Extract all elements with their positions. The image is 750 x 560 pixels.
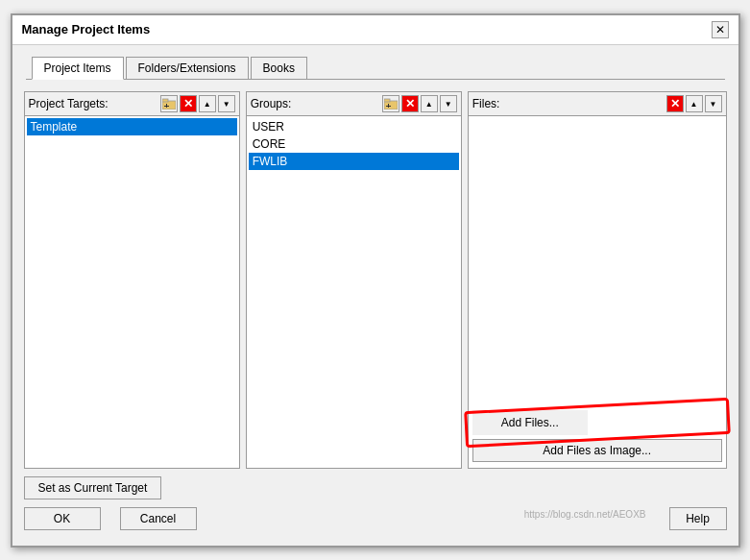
list-item[interactable]: CORE	[249, 135, 459, 153]
svg-rect-3	[164, 106, 169, 107]
files-panel: Files: ✕ Add File	[468, 91, 727, 469]
files-delete-button[interactable]: ✕	[666, 95, 684, 112]
files-down-button[interactable]	[705, 95, 722, 112]
list-item[interactable]: FWLIB	[249, 153, 459, 170]
add-files-button[interactable]: Add Files...	[472, 410, 588, 435]
groups-new-folder-icon	[383, 97, 399, 110]
groups-header: Groups: ✕	[247, 92, 461, 116]
manage-project-items-dialog: Manage Project Items ✕ Project Items Fol…	[11, 13, 740, 548]
project-targets-panel: Project Targets: ✕	[24, 91, 240, 469]
files-up-button[interactable]	[686, 95, 703, 112]
groups-down-button[interactable]	[440, 95, 457, 112]
targets-up-button[interactable]	[199, 95, 216, 112]
targets-delete-button[interactable]: ✕	[180, 95, 197, 112]
tab-bar: Project Items Folders/Extensions Books	[26, 51, 725, 80]
main-content: Project Targets: ✕	[12, 80, 738, 546]
add-files-as-image-button[interactable]: Add Files as Image...	[472, 439, 722, 462]
targets-new-button[interactable]	[160, 95, 178, 112]
list-item[interactable]: Template	[27, 118, 237, 135]
list-item[interactable]: USER	[249, 118, 459, 135]
targets-down-button[interactable]	[218, 95, 235, 112]
targets-up-icon	[204, 98, 211, 109]
dialog-title: Manage Project Items	[22, 22, 151, 37]
tab-project-items[interactable]: Project Items	[32, 57, 124, 80]
groups-up-button[interactable]	[421, 95, 438, 112]
groups-panel: Groups: ✕	[246, 91, 462, 469]
cancel-button[interactable]: Cancel	[120, 507, 197, 530]
groups-up-icon	[425, 98, 433, 109]
help-button[interactable]: Help	[669, 507, 727, 530]
watermark-text: https://blog.csdn.net/AEOXB	[524, 509, 650, 522]
new-folder-icon	[161, 97, 177, 110]
targets-header: Project Targets: ✕	[25, 92, 239, 116]
footer-buttons: OK Cancel https://blog.csdn.net/AEOXB He…	[24, 499, 727, 534]
close-button[interactable]: ✕	[712, 21, 729, 38]
files-delete-icon: ✕	[670, 97, 680, 110]
tab-books[interactable]: Books	[251, 57, 307, 79]
svg-rect-5	[384, 99, 390, 102]
svg-rect-1	[162, 99, 168, 102]
groups-down-icon	[445, 98, 452, 109]
files-down-icon	[710, 98, 717, 109]
groups-list[interactable]: USER CORE FWLIB	[247, 116, 461, 468]
groups-delete-button[interactable]: ✕	[401, 95, 419, 112]
files-up-icon	[690, 98, 698, 109]
bottom-bar: Set as Current Target	[24, 469, 727, 499]
groups-delete-icon: ✕	[405, 97, 415, 110]
targets-delete-icon: ✕	[183, 97, 193, 110]
targets-down-icon	[223, 98, 230, 109]
groups-title: Groups:	[251, 97, 380, 110]
panels-container: Project Targets: ✕	[24, 91, 727, 469]
files-header: Files: ✕	[469, 92, 726, 116]
files-title: Files:	[472, 97, 665, 110]
targets-title: Project Targets:	[29, 97, 158, 110]
files-list[interactable]	[469, 116, 726, 404]
svg-rect-7	[386, 106, 391, 107]
ok-button[interactable]: OK	[24, 507, 101, 530]
set-current-target-button[interactable]: Set as Current Target	[24, 476, 162, 499]
title-bar: Manage Project Items ✕	[12, 15, 738, 45]
add-files-highlight: Add Files...	[472, 410, 722, 435]
targets-list[interactable]: Template	[25, 116, 239, 468]
tab-folders-extensions[interactable]: Folders/Extensions	[126, 57, 249, 79]
groups-new-button[interactable]	[382, 95, 399, 112]
